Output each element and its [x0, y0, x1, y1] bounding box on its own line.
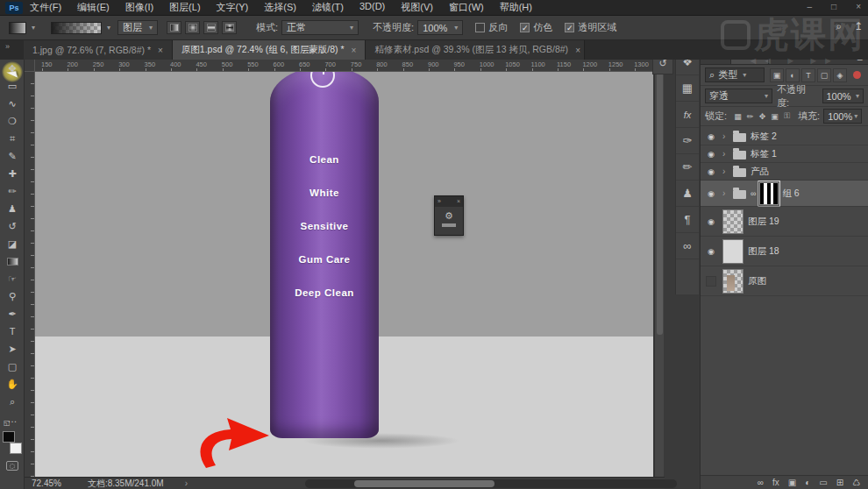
menu-item[interactable]: 图像(I)	[125, 1, 153, 14]
move-tool-icon[interactable]: ✥	[0, 60, 25, 77]
chevron-right-icon[interactable]: ›	[722, 131, 729, 141]
menu-item[interactable]: 滤镜(T)	[312, 1, 344, 14]
paragraph-panel-icon[interactable]: ¶	[676, 207, 700, 233]
path-selection-tool-icon[interactable]: ➤	[0, 340, 25, 358]
menu-item[interactable]: 3D(D)	[359, 1, 385, 14]
vertical-scrollbar[interactable]: ▲	[654, 60, 664, 477]
minimize-button[interactable]: –	[808, 2, 813, 11]
lock-artboard-icon[interactable]: ▣	[769, 110, 780, 123]
horizontal-scrollbar[interactable]	[305, 479, 677, 488]
chevron-right-icon[interactable]: ›	[722, 167, 729, 176]
layer-row[interactable]: ◉ 图层 19	[701, 207, 868, 237]
layer-row-group-selected[interactable]: ◉ › ∞ 组 6	[701, 181, 868, 207]
panel-close-icon[interactable]: ×	[457, 196, 460, 207]
layer-row-group[interactable]: ◉ › 标签 1	[701, 145, 868, 163]
chevron-right-icon[interactable]: ›	[722, 188, 729, 198]
close-icon[interactable]: ×	[352, 46, 357, 55]
adjustment-layer-icon[interactable]: ◐	[805, 478, 810, 487]
horizontal-scroll-thumb[interactable]	[354, 480, 494, 487]
eye-icon[interactable]: ◉	[704, 247, 718, 256]
gradient-editor-button[interactable]: ▾	[51, 22, 110, 34]
close-icon[interactable]: ×	[575, 46, 580, 55]
dodge-tool-icon[interactable]: ⚲	[0, 287, 25, 305]
filter-type-dropdown[interactable]: ⌕ 类型 ▾	[705, 67, 765, 82]
maximize-button[interactable]: □	[831, 2, 836, 11]
layer-thumbnail[interactable]	[722, 269, 743, 294]
eye-off-icon[interactable]	[706, 276, 716, 287]
new-layer-icon[interactable]: ⊞	[836, 478, 843, 487]
search-icon[interactable]: ⌕	[836, 20, 842, 32]
layer-mask-icon[interactable]: ▣	[788, 478, 796, 487]
layer-row-hidden[interactable]: 原图	[701, 266, 868, 296]
new-group-icon[interactable]: ▭	[819, 478, 827, 487]
gradient-source-dropdown[interactable]: 图层 ▾	[117, 20, 158, 35]
zoom-level[interactable]: 72.45%	[32, 478, 61, 488]
eye-icon[interactable]: ◉	[704, 167, 718, 176]
cc-libraries-panel-icon[interactable]: ∞	[676, 233, 700, 259]
eye-icon[interactable]: ◉	[704, 150, 718, 159]
layer-style-icon[interactable]: fx	[772, 478, 779, 487]
reverse-checkbox[interactable]: 反向	[475, 21, 508, 34]
menu-item[interactable]: 文字(Y)	[217, 1, 249, 14]
linear-gradient-button[interactable]	[167, 21, 181, 34]
lock-move-icon[interactable]: ✥	[757, 110, 768, 123]
fill-dropdown[interactable]: 100% ▾	[823, 109, 862, 124]
foreground-background-swatches[interactable]	[3, 431, 24, 454]
swatches-panel-icon[interactable]: ▦	[676, 75, 700, 102]
filter-shape-layers-icon[interactable]: ▢	[817, 68, 831, 82]
document-tab-1[interactable]: 1.jpg @ 72.6% (7, RGB/8#) * ×	[24, 40, 173, 60]
brushes-panel-icon[interactable]: ✏	[676, 154, 700, 181]
diamond-gradient-button[interactable]	[222, 21, 237, 34]
background-color-swatch[interactable]	[10, 443, 22, 454]
radial-gradient-button[interactable]	[185, 21, 200, 34]
healing-brush-tool-icon[interactable]: ✚	[0, 165, 25, 182]
menu-item[interactable]: 选择(S)	[264, 1, 296, 14]
delete-layer-icon[interactable]: ♺	[852, 478, 860, 487]
link-layers-icon[interactable]: ∞	[758, 478, 764, 487]
chevron-right-icon[interactable]: ›	[722, 149, 729, 159]
smudge-tool-icon[interactable]: ☞	[0, 270, 25, 287]
lock-paint-icon[interactable]: ✏	[744, 110, 756, 123]
share-icon[interactable]: ↥	[854, 20, 863, 32]
layer-mask-thumbnail[interactable]	[760, 183, 778, 204]
lock-transparent-icon[interactable]: ▦	[732, 110, 743, 123]
zoom-tool-icon[interactable]: ⌕	[0, 393, 25, 410]
clone-source-panel-icon[interactable]: ♟	[676, 181, 700, 207]
status-flyout-icon[interactable]: ›	[185, 478, 188, 488]
transparency-checkbox[interactable]: ✓ 透明区域	[565, 21, 616, 34]
lock-all-icon[interactable]: ⚿	[781, 110, 793, 123]
layer-row-group[interactable]: ◉ › 产品	[701, 163, 868, 181]
filter-toggle-icon[interactable]	[853, 71, 861, 79]
floating-mini-panel[interactable]: » × ⚙	[434, 195, 464, 236]
eye-icon[interactable]: ◉	[704, 217, 718, 226]
foreground-color-swatch[interactable]	[3, 431, 15, 443]
vertical-scroll-thumb[interactable]	[657, 72, 663, 335]
filter-pixel-layers-icon[interactable]: ▣	[770, 68, 784, 82]
brush-settings-panel-icon[interactable]: ✑	[676, 128, 700, 154]
menu-item[interactable]: 图层(L)	[169, 1, 200, 14]
reflected-gradient-button[interactable]	[203, 21, 218, 34]
quick-selection-tool-icon[interactable]: ❍	[0, 112, 25, 130]
layer-thumbnail[interactable]	[722, 239, 743, 264]
eye-icon[interactable]: ◉	[704, 132, 718, 141]
lasso-tool-icon[interactable]: ∿	[0, 95, 25, 112]
close-button[interactable]: ×	[856, 2, 861, 11]
clone-stamp-tool-icon[interactable]: ♟	[0, 200, 25, 217]
type-tool-icon[interactable]: T	[0, 322, 25, 340]
canvas-document[interactable]: CleanWhiteSensitiveGum CareDeep Clean » …	[35, 72, 653, 477]
layer-thumbnail[interactable]	[722, 209, 743, 234]
styles-panel-icon[interactable]: fx	[676, 102, 700, 128]
menu-item[interactable]: 窗口(W)	[449, 1, 484, 14]
menu-item[interactable]: 帮助(H)	[500, 1, 532, 14]
layer-row[interactable]: ◉ 图层 18	[701, 237, 868, 266]
eye-icon[interactable]: ◉	[704, 189, 718, 198]
collapse-panels-icon[interactable]: »	[0, 40, 24, 60]
eyedropper-tool-icon[interactable]: ✎	[0, 147, 25, 165]
brush-tool-icon[interactable]: ✏	[0, 182, 25, 200]
dither-checkbox[interactable]: ✓ 仿色	[520, 21, 552, 34]
document-tab-3[interactable]: 精修素材.psd @ 39.3% (图层 13 拷贝, RGB/8#) ×	[366, 40, 585, 60]
hand-tool-icon[interactable]: ✋	[0, 375, 25, 393]
layer-opacity-dropdown[interactable]: 100% ▾	[822, 89, 864, 103]
crop-tool-icon[interactable]: ⌗	[0, 130, 25, 147]
mode-dropdown[interactable]: 正常 ▾	[281, 20, 359, 35]
